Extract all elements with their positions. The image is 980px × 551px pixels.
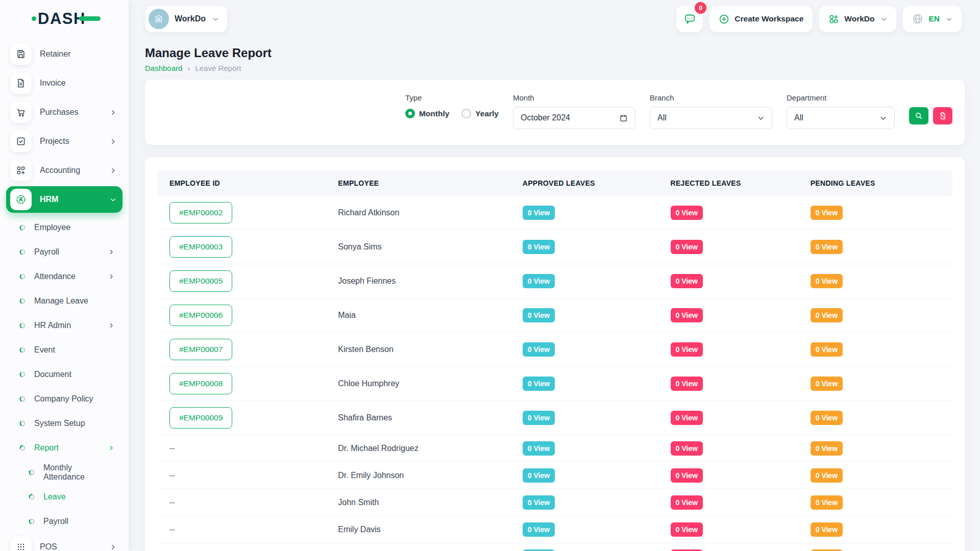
employee-id-button[interactable]: #EMP00002 — [169, 202, 232, 223]
sidebar-item-payroll[interactable]: Payroll — [6, 240, 122, 264]
employee-id-button[interactable]: #EMP00008 — [169, 373, 232, 394]
approved-leaves-view-button[interactable]: 0 View — [523, 342, 555, 357]
rejected-leaves-view-button[interactable]: 0 View — [671, 468, 703, 483]
employee-name: Chloe Humphrey — [326, 379, 510, 388]
rejected-leaves-view-button[interactable]: 0 View — [671, 206, 703, 220]
sidebar-item-leave[interactable]: Leave — [6, 485, 122, 509]
sidebar-item-system-setup[interactable]: System Setup — [6, 411, 122, 436]
pending-leaves-view-button[interactable]: 0 View — [811, 240, 843, 254]
workspace-switcher[interactable]: WorkDo — [819, 6, 896, 32]
rejected-leaves-view-button[interactable]: 0 View — [671, 411, 703, 425]
messages-count-badge: 0 — [695, 2, 706, 14]
rejected-leaves-view-button[interactable]: 0 View — [671, 377, 703, 391]
branch-select[interactable]: All — [650, 107, 772, 129]
employee-id-button[interactable]: #EMP00005 — [169, 270, 232, 292]
sidebar-item-purchases[interactable]: Purchases — [6, 99, 122, 126]
bullet-icon — [19, 371, 26, 378]
globe-icon — [912, 13, 923, 24]
create-workspace-button[interactable]: Create Workspace — [709, 6, 813, 32]
rejected-leaves-view-button[interactable]: 0 View — [671, 495, 703, 510]
pending-leaves-view-button[interactable]: 0 View — [811, 206, 843, 220]
approved-leaves-view-button[interactable]: 0 View — [523, 522, 555, 537]
sidebar-item-payroll-report[interactable]: Payroll — [6, 509, 122, 534]
approved-leaves-view-button[interactable]: 0 View — [523, 240, 555, 254]
employee-id-button[interactable]: #EMP00007 — [169, 339, 232, 360]
sidebar-item-pos[interactable]: POS — [6, 534, 122, 551]
pending-leaves-view-button[interactable]: 0 View — [811, 495, 843, 510]
cart-icon — [10, 102, 32, 123]
sidebar-item-label: Projects — [40, 137, 69, 146]
sidebar-item-retainer[interactable]: Retainer — [6, 41, 122, 67]
radio-yearly[interactable]: Yearly — [461, 109, 499, 118]
pending-leaves-view-button[interactable]: 0 View — [811, 411, 843, 425]
sidebar-item-manage-leave[interactable]: Manage Leave — [6, 289, 122, 313]
employee-id-button[interactable]: #EMP00009 — [169, 407, 232, 429]
breadcrumb-current: Leave Report — [195, 64, 241, 72]
sidebar-item-hr-admin[interactable]: HR Admin — [6, 313, 122, 338]
grid-plus-icon — [10, 160, 32, 181]
approved-leaves-view-button[interactable]: 0 View — [523, 441, 555, 456]
language-selector[interactable]: EN — [903, 6, 962, 32]
department-select[interactable]: All — [787, 107, 895, 129]
sidebar-item-document[interactable]: Document — [6, 362, 122, 387]
pending-leaves-view-button[interactable]: 0 View — [811, 342, 843, 357]
pending-leaves-view-button[interactable]: 0 View — [811, 308, 843, 322]
sidebar-item-event[interactable]: Event — [6, 338, 122, 362]
sidebar-item-label: Leave — [43, 492, 66, 502]
sidebar-item-label: Retainer — [40, 49, 70, 59]
search-button[interactable] — [909, 107, 928, 124]
sidebar-item-label: Accounting — [40, 166, 80, 175]
rejected-leaves-view-button[interactable]: 0 View — [671, 441, 703, 456]
app-logo[interactable]: DASH — [0, 0, 129, 37]
sidebar-item-monthly-attendance[interactable]: Monthly Attendance — [6, 460, 122, 485]
sidebar-item-invoice[interactable]: Invoice — [6, 70, 122, 96]
rejected-leaves-view-button[interactable]: 0 View — [671, 274, 703, 288]
rejected-leaves-view-button[interactable]: 0 View — [671, 240, 703, 254]
sidebar-item-company-policy[interactable]: Company Policy — [6, 387, 122, 411]
column-header: EMPLOYEE — [326, 179, 510, 187]
sidebar-item-report[interactable]: Report — [6, 436, 122, 460]
column-header: PENDING LEAVES — [798, 179, 952, 187]
approved-leaves-view-button[interactable]: 0 View — [523, 274, 555, 288]
pending-leaves-view-button[interactable]: 0 View — [811, 274, 843, 288]
sidebar-item-hrm[interactable]: HRM — [6, 186, 122, 213]
rejected-leaves-view-button[interactable]: 0 View — [671, 308, 703, 322]
messages-button[interactable]: 0 — [676, 6, 703, 32]
employee-name: Joseph Fiennes — [326, 277, 510, 286]
breadcrumb-dashboard-link[interactable]: Dashboard — [145, 64, 182, 72]
chat-bubble-icon — [683, 13, 696, 25]
chevron-right-icon — [110, 138, 116, 145]
sidebar-nav: Retainer Invoice Purchases Projects — [0, 37, 129, 551]
employee-id-button[interactable]: #EMP00003 — [169, 236, 232, 258]
rejected-leaves-view-button[interactable]: 0 View — [671, 522, 703, 537]
employee-id-button[interactable]: #EMP00006 — [169, 305, 232, 326]
approved-leaves-view-button[interactable]: 0 View — [523, 206, 555, 220]
pending-leaves-view-button[interactable]: 0 View — [811, 377, 843, 391]
approved-leaves-view-button[interactable]: 0 View — [523, 468, 555, 483]
rejected-leaves-view-button[interactable]: 0 View — [671, 342, 703, 357]
workspace-chip[interactable]: WorkDo — [145, 6, 227, 32]
sidebar-item-accounting[interactable]: Accounting — [6, 157, 122, 184]
pending-leaves-view-button[interactable]: 0 View — [811, 522, 843, 537]
sidebar-item-label: Invoice — [40, 79, 66, 88]
approved-leaves-view-button[interactable]: 0 View — [523, 377, 555, 391]
sidebar-item-projects[interactable]: Projects — [6, 128, 122, 155]
sidebar-item-label: Event — [34, 345, 55, 355]
approved-leaves-view-button[interactable]: 0 View — [523, 411, 555, 425]
pending-leaves-view-button[interactable]: 0 View — [811, 468, 843, 483]
chevron-right-icon — [110, 544, 116, 550]
pending-leaves-view-button[interactable]: 0 View — [811, 441, 843, 456]
table-row: -- Dr. Emily Johnson 0 View 0 View 0 Vie… — [157, 462, 952, 489]
reset-filter-button[interactable] — [933, 107, 952, 124]
approved-leaves-view-button[interactable]: 0 View — [523, 308, 555, 322]
sidebar-item-attendance[interactable]: Attendance — [6, 264, 122, 289]
approved-leaves-view-button[interactable]: 0 View — [523, 495, 555, 510]
workspace-switcher-label: WorkDo — [844, 14, 874, 23]
bullet-icon — [19, 322, 26, 329]
invoice-icon — [10, 72, 32, 94]
sidebar-item-label: Report — [34, 443, 59, 453]
sidebar-item-employee[interactable]: Employee — [6, 215, 122, 240]
month-input[interactable]: October 2024 — [513, 107, 635, 129]
radio-monthly[interactable]: Monthly — [405, 109, 449, 118]
sidebar-item-label: Employee — [34, 223, 70, 232]
